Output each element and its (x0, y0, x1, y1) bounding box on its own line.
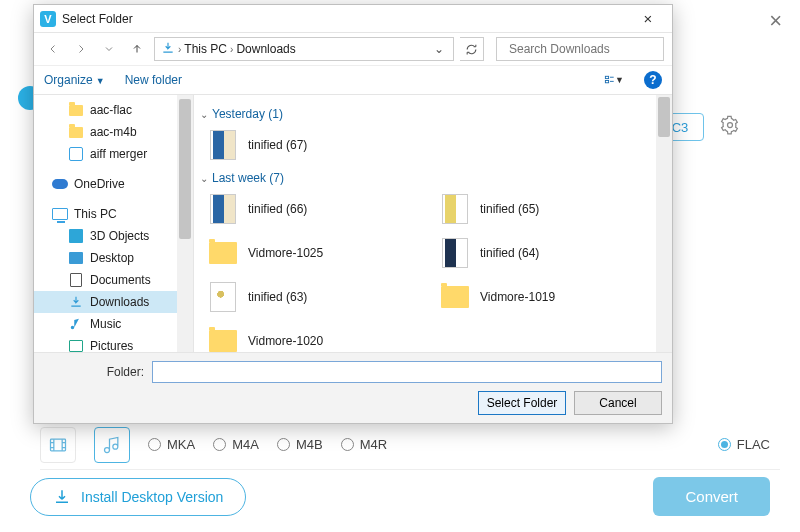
refresh-button[interactable] (460, 37, 484, 61)
tree-item-downloads[interactable]: Downloads (34, 291, 193, 313)
arrow-right-icon (75, 43, 87, 55)
tree-item-3d-objects[interactable]: 3D Objects (34, 225, 193, 247)
download-icon (53, 488, 71, 506)
dialog-close-button[interactable]: × (630, 10, 666, 27)
folder-icon (209, 242, 237, 264)
monitor-icon (52, 208, 68, 220)
refresh-icon (465, 43, 478, 56)
folder-tree[interactable]: aac-flac aac-m4b aiff merger OneDrive Th… (34, 95, 194, 352)
format-radio-mka[interactable]: MKA (148, 437, 195, 452)
music-note-icon (102, 435, 122, 455)
select-folder-dialog: V Select Folder × › This PC › Downloads … (33, 4, 673, 424)
cancel-button[interactable]: Cancel (574, 391, 662, 415)
cloud-icon (52, 179, 68, 189)
tree-item-pictures[interactable]: Pictures (34, 335, 193, 352)
folder-icon (209, 330, 237, 352)
format-radio-m4b[interactable]: M4B (277, 437, 323, 452)
breadcrumb-dropdown[interactable]: ⌄ (431, 42, 447, 56)
format-label: M4R (360, 437, 387, 452)
dialog-nav-bar: › This PC › Downloads ⌄ (34, 33, 672, 65)
video-mode-button[interactable] (40, 427, 76, 463)
scrollbar-thumb[interactable] (179, 99, 191, 239)
settings-button[interactable] (718, 113, 742, 137)
desktop-icon (69, 252, 83, 264)
arrow-left-icon (47, 43, 59, 55)
folder-label: Folder: (44, 365, 144, 379)
nav-recent-button[interactable] (98, 38, 120, 60)
search-input[interactable] (509, 42, 659, 56)
format-label: MKA (167, 437, 195, 452)
tree-item-aac-m4b[interactable]: aac-m4b (34, 121, 193, 143)
content-scrollbar[interactable] (656, 95, 672, 352)
tree-item-onedrive[interactable]: OneDrive (34, 173, 193, 195)
arrow-up-icon (131, 43, 143, 55)
film-icon (48, 435, 68, 455)
app-close-button[interactable]: × (769, 8, 782, 34)
svg-rect-4 (605, 80, 608, 82)
breadcrumb-root[interactable]: This PC (184, 42, 227, 56)
tree-item-documents[interactable]: Documents (34, 269, 193, 291)
format-label: M4A (232, 437, 259, 452)
tree-item-music[interactable]: Music (34, 313, 193, 335)
nav-back-button[interactable] (42, 38, 64, 60)
format-radio-m4a[interactable]: M4A (213, 437, 259, 452)
tree-item-aac-flac[interactable]: aac-flac (34, 99, 193, 121)
group-header-lastweek[interactable]: ⌄Last week (7) (200, 171, 662, 185)
tree-scrollbar[interactable] (177, 95, 193, 352)
folder-item[interactable]: tinified (66) (208, 189, 430, 229)
format-label: FLAC (737, 437, 770, 452)
gear-icon (720, 115, 740, 135)
dialog-titlebar: V Select Folder × (34, 5, 672, 33)
breadcrumb-sep: › (230, 44, 233, 55)
nav-up-button[interactable] (126, 38, 148, 60)
tree-item-aiff-merger[interactable]: aiff merger (34, 143, 193, 165)
view-options-button[interactable]: ▼ (604, 70, 624, 90)
new-folder-button[interactable]: New folder (125, 73, 182, 87)
bottom-bar: Install Desktop Version Convert (30, 477, 770, 516)
breadcrumb-bar[interactable]: › This PC › Downloads ⌄ (154, 37, 454, 61)
format-radio-m4r[interactable]: M4R (341, 437, 387, 452)
folder-name-row: Folder: (44, 361, 662, 383)
breadcrumb-sep: › (178, 44, 181, 55)
install-label: Install Desktop Version (81, 489, 223, 505)
chevron-down-icon (103, 43, 115, 55)
folder-content-pane[interactable]: ⌄Yesterday (1) tinified (67) ⌄Last week … (194, 95, 672, 352)
app-folder-icon (69, 147, 83, 161)
dialog-title: Select Folder (62, 12, 630, 26)
downloads-icon (69, 295, 83, 309)
breadcrumb-current[interactable]: Downloads (236, 42, 295, 56)
group-header-yesterday[interactable]: ⌄Yesterday (1) (200, 107, 662, 121)
output-format-row: MKA M4A M4B M4R FLAC (40, 430, 780, 470)
help-button[interactable]: ? (644, 71, 662, 89)
dialog-app-icon: V (40, 11, 56, 27)
cube-icon (69, 229, 83, 243)
nav-forward-button[interactable] (70, 38, 92, 60)
music-icon (69, 317, 83, 331)
scrollbar-thumb[interactable] (658, 97, 670, 137)
tree-item-this-pc[interactable]: This PC (34, 203, 193, 225)
folder-item[interactable]: Vidmore-1025 (208, 233, 430, 273)
folder-icon (69, 105, 83, 116)
folder-item[interactable]: tinified (64) (440, 233, 662, 273)
folder-thumb-icon (210, 130, 236, 160)
view-icon (604, 72, 615, 88)
audio-mode-button[interactable] (94, 427, 130, 463)
folder-item[interactable]: tinified (65) (440, 189, 662, 229)
downloads-icon (161, 41, 175, 55)
dialog-body: aac-flac aac-m4b aiff merger OneDrive Th… (34, 95, 672, 352)
format-radio-flac[interactable]: FLAC (718, 437, 770, 452)
folder-item[interactable]: tinified (63) (208, 277, 430, 317)
install-desktop-button[interactable]: Install Desktop Version (30, 478, 246, 516)
folder-icon (69, 127, 83, 138)
folder-item[interactable]: tinified (67) (208, 125, 430, 165)
select-folder-button[interactable]: Select Folder (478, 391, 566, 415)
folder-thumb-icon (442, 238, 468, 268)
convert-button[interactable]: Convert (653, 477, 770, 516)
search-box[interactable] (496, 37, 664, 61)
tree-item-desktop[interactable]: Desktop (34, 247, 193, 269)
folder-item[interactable]: Vidmore-1020 (208, 321, 430, 352)
organize-menu[interactable]: Organize▼ (44, 73, 105, 87)
dialog-bottom-panel: Folder: Select Folder Cancel (34, 352, 672, 423)
folder-item[interactable]: Vidmore-1019 (440, 277, 662, 317)
folder-name-input[interactable] (152, 361, 662, 383)
